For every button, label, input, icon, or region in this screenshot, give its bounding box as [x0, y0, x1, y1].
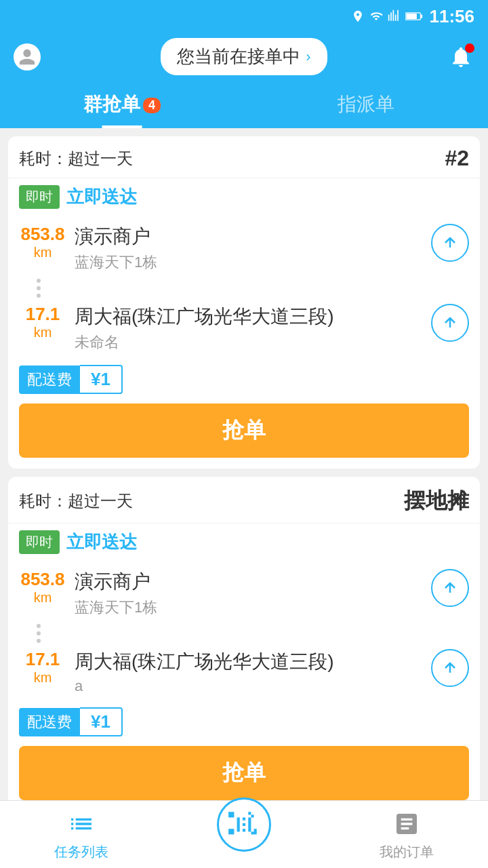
- task-list-icon: [65, 808, 98, 840]
- instant-badge-2: 即时: [19, 530, 60, 554]
- status-pill[interactable]: 您当前在接单中 ›: [161, 38, 327, 75]
- order-id-1: #2: [445, 146, 469, 171]
- user-icon: [18, 47, 37, 66]
- tab-group-orders[interactable]: 群抢单4: [0, 83, 244, 128]
- location-icon: [351, 9, 365, 23]
- fee-label-2: 配送费: [19, 708, 80, 736]
- from-dist-1: 853.8 km: [19, 224, 66, 260]
- fee-amount-2: ¥1: [80, 707, 123, 736]
- navigate-up-icon-4: [442, 660, 458, 676]
- to-dist-2: 17.1 km: [19, 649, 66, 686]
- notification-badge: [465, 43, 474, 53]
- time-label-1: 耗时：超过一天: [19, 148, 133, 170]
- to-location-1: 17.1 km 周大福(珠江广场光华大道三段) 未命名: [19, 298, 469, 358]
- navigate-up-icon-3: [442, 580, 458, 596]
- bottom-nav: 任务列表 我的订单: [0, 800, 488, 868]
- tab-group-badge: 4: [143, 98, 161, 113]
- my-orders-label: 我的订单: [380, 843, 434, 861]
- locations-2: 853.8 km 演示商户 蓝海天下1栋: [8, 558, 480, 701]
- status-icons: [351, 9, 423, 23]
- dots-connector-2: [19, 623, 469, 644]
- scan-button[interactable]: [217, 797, 271, 852]
- header: 您当前在接单中 ›: [0, 33, 488, 75]
- task-list-label: 任务列表: [54, 843, 108, 861]
- tabs-container: 群抢单4 指派单: [0, 75, 488, 128]
- nav-item-task-list[interactable]: 任务列表: [54, 808, 108, 861]
- grab-button-1[interactable]: 抢单: [19, 403, 469, 458]
- instant-row-1: 即时 立即送达: [8, 178, 480, 213]
- to-info-2: 周大福(珠江广场光华大道三段) a: [75, 649, 423, 695]
- tab-assign-label: 指派单: [338, 94, 394, 115]
- status-bar: 11:56: [0, 0, 488, 33]
- to-info-1: 周大福(珠江广场光华大道三段) 未命名: [75, 304, 423, 353]
- dots-connector-1: [19, 278, 469, 298]
- notification-button[interactable]: [445, 41, 477, 73]
- svg-rect-2: [406, 14, 417, 19]
- order-card-1: 耗时：超过一天 #2 即时 立即送达 853.8 km 演示商户 蓝海天下1栋: [8, 136, 480, 469]
- grab-button-2[interactable]: 抢单: [19, 746, 469, 800]
- avatar-button[interactable]: [11, 41, 43, 73]
- instant-text-2: 立即送达: [66, 530, 137, 554]
- from-nav-btn-1[interactable]: [431, 224, 469, 262]
- signal-icon: [388, 9, 401, 23]
- from-location-2: 853.8 km 演示商户 蓝海天下1栋: [19, 564, 469, 623]
- instant-row-2: 即时 立即送达: [8, 524, 480, 558]
- avatar-icon: [14, 43, 41, 71]
- from-info-2: 演示商户 蓝海天下1栋: [75, 569, 423, 618]
- tab-group-label: 群抢单: [83, 94, 140, 115]
- tab-assign-orders[interactable]: 指派单: [244, 83, 488, 128]
- status-text: 您当前在接单中: [177, 45, 300, 68]
- card-header-2: 耗时：超过一天 摆地摊: [8, 477, 480, 524]
- order-id-2: 摆地摊: [404, 486, 469, 516]
- to-nav-btn-2[interactable]: [431, 649, 469, 687]
- nav-item-my-orders[interactable]: 我的订单: [380, 808, 434, 861]
- instant-badge-1: 即时: [19, 185, 60, 209]
- to-location-2: 17.1 km 周大福(珠江广场光华大道三段) a: [19, 644, 469, 701]
- time-label-2: 耗时：超过一天: [19, 490, 133, 512]
- svg-rect-1: [420, 14, 422, 18]
- locations-1: 853.8 km 演示商户 蓝海天下1栋: [8, 213, 480, 358]
- to-nav-btn-1[interactable]: [431, 304, 469, 342]
- fee-label-1: 配送费: [19, 366, 80, 394]
- from-nav-btn-2[interactable]: [431, 569, 469, 607]
- instant-text-1: 立即送达: [66, 185, 137, 209]
- order-card-2: 耗时：超过一天 摆地摊 即时 立即送达 853.8 km 演示商户 蓝海天下1栋: [8, 477, 480, 811]
- navigate-up-icon: [442, 235, 458, 251]
- battery-icon: [405, 11, 423, 22]
- navigate-up-icon-2: [442, 315, 458, 331]
- fee-row-2: 配送费 ¥1: [8, 701, 480, 746]
- wifi-icon: [369, 10, 384, 22]
- card-header-1: 耗时：超过一天 #2: [8, 136, 480, 178]
- to-dist-1: 17.1 km: [19, 304, 66, 340]
- status-arrow: ›: [306, 48, 310, 66]
- from-dist-2: 853.8 km: [19, 569, 66, 606]
- fee-row-1: 配送费 ¥1: [8, 358, 480, 403]
- from-location-1: 853.8 km 演示商户 蓝海天下1栋: [19, 218, 469, 278]
- fee-amount-1: ¥1: [80, 365, 123, 394]
- orders-list: 耗时：超过一天 #2 即时 立即送达 853.8 km 演示商户 蓝海天下1栋: [0, 128, 488, 868]
- scan-icon: [227, 808, 261, 842]
- from-info-1: 演示商户 蓝海天下1栋: [75, 224, 423, 273]
- time-display: 11:56: [430, 6, 475, 27]
- my-orders-icon: [390, 808, 423, 840]
- nav-item-scan[interactable]: [217, 818, 271, 852]
